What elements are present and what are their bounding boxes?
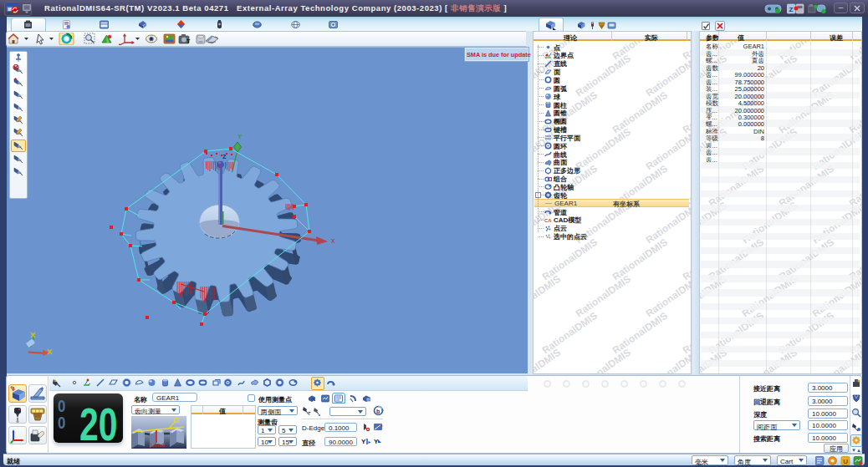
svg-text:RationalDMIS: RationalDMIS <box>540 310 600 357</box>
svg-text:RationalDMIS: RationalDMIS <box>681 89 692 136</box>
svg-text:RationalDMIS: RationalDMIS <box>707 163 766 210</box>
svg-text:RationalDMIS: RationalDMIS <box>610 310 670 357</box>
svg-text:RationalDMIS: RationalDMIS <box>777 163 836 210</box>
svg-text:RationalDMIS: RationalDMIS <box>610 236 670 283</box>
svg-text:RationalDMIS: RationalDMIS <box>534 273 563 320</box>
svg-text:RationalDMIS: RationalDMIS <box>681 310 692 357</box>
svg-text:Y: Y <box>361 438 366 445</box>
svg-text:RationalDMIS: RationalDMIS <box>574 273 633 320</box>
svg-text:RationalDMIS: RationalDMIS <box>574 53 633 99</box>
svg-text:RationalDMIS: RationalDMIS <box>574 347 633 374</box>
svg-text:T: T <box>186 38 191 44</box>
svg-text:RationalDMIS: RationalDMIS <box>681 236 692 283</box>
svg-text:RationalDMIS: RationalDMIS <box>574 126 633 173</box>
svg-text:Y: Y <box>237 133 243 140</box>
svg-text:Lead: Lead <box>151 441 165 449</box>
svg-text:RationalDMIS: RationalDMIS <box>610 89 670 136</box>
svg-text:CAD: CAD <box>544 218 552 223</box>
svg-text:x: x <box>331 236 335 245</box>
svg-text:RationalDMIS: RationalDMIS <box>540 236 600 283</box>
svg-text:Z: Z <box>789 6 794 13</box>
svg-text:b: b <box>376 409 380 414</box>
svg-text:U: U <box>843 458 848 465</box>
svg-text:T: T <box>308 411 311 416</box>
